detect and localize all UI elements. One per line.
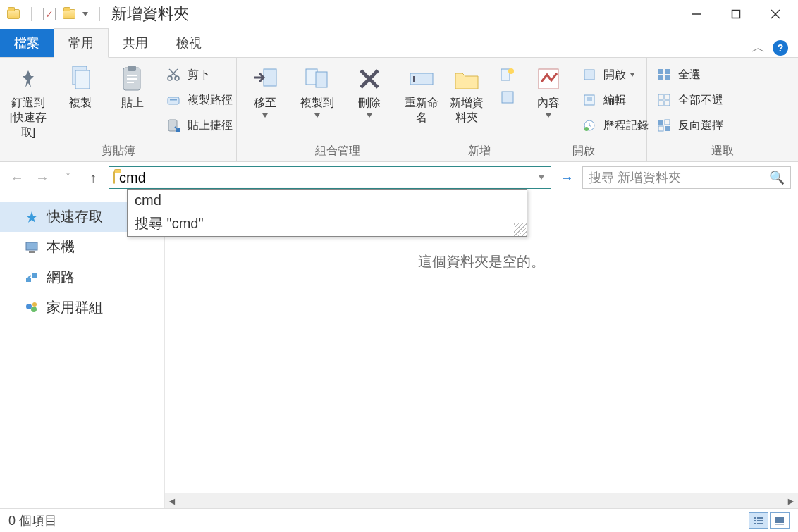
app-icon	[7, 9, 20, 19]
rename-icon	[407, 65, 436, 93]
minimize-button[interactable]	[677, 0, 716, 28]
help-icon[interactable]: ?	[773, 40, 788, 56]
svg-rect-27	[502, 92, 513, 103]
large-icons-view-icon	[774, 516, 785, 525]
homegroup-icon	[24, 300, 39, 316]
nav-homegroup[interactable]: 家用群組	[0, 292, 164, 323]
svg-rect-60	[757, 523, 763, 524]
copy-path-icon	[164, 90, 183, 110]
qat-customize-icon[interactable]	[82, 12, 88, 16]
svg-rect-47	[26, 242, 37, 250]
svg-point-53	[31, 307, 37, 312]
select-all-button[interactable]: 全選	[654, 65, 723, 85]
title-bar: ✓ 新增資料夾	[0, 0, 798, 28]
moveto-icon	[251, 65, 279, 93]
svg-point-52	[26, 304, 32, 309]
group-new: 新增資料夾 新增	[438, 58, 520, 161]
svg-rect-24	[413, 76, 415, 82]
cut-button[interactable]: 剪下	[164, 65, 233, 85]
moveto-button[interactable]: 移至	[244, 62, 286, 118]
select-none-icon	[654, 90, 674, 110]
window-title: 新增資料夾	[104, 4, 189, 25]
svg-rect-61	[775, 517, 784, 523]
resize-grip-icon[interactable]	[514, 223, 527, 236]
tab-view[interactable]: 檢視	[162, 29, 216, 57]
autocomplete-item[interactable]: cmd	[128, 190, 527, 211]
svg-rect-36	[665, 69, 670, 74]
svg-rect-37	[658, 75, 663, 80]
up-button[interactable]: ↑	[83, 168, 103, 187]
group-open: 內容 開啟 編輯 歷程記錄 開啟	[520, 58, 647, 161]
svg-rect-49	[26, 278, 31, 282]
new-folder-icon	[453, 65, 481, 93]
go-button[interactable]: →	[557, 166, 577, 189]
svg-rect-40	[665, 94, 670, 99]
copy-path-button[interactable]: 複製路徑	[164, 90, 233, 110]
svg-rect-55	[754, 517, 756, 519]
empty-folder-message: 這個資料夾是空的。	[418, 252, 545, 271]
invert-selection-button[interactable]: 反向選擇	[654, 116, 723, 135]
svg-rect-28	[539, 69, 558, 89]
horizontal-scrollbar[interactable]: ◄ ►	[165, 493, 798, 508]
view-large-icons-button[interactable]	[770, 512, 790, 529]
svg-rect-50	[32, 273, 37, 278]
star-icon	[24, 209, 39, 225]
search-icon[interactable]: 🔍	[769, 170, 785, 185]
collapse-ribbon-icon[interactable]: ︿	[751, 38, 766, 57]
delete-button[interactable]: 刪除	[348, 62, 391, 118]
qat-properties-icon[interactable]: ✓	[43, 8, 56, 20]
back-button[interactable]: ←	[7, 168, 27, 187]
address-bar[interactable]	[109, 166, 551, 189]
rename-button[interactable]: 重新命名	[400, 62, 443, 125]
address-folder-icon	[109, 172, 119, 183]
copyto-button[interactable]: 複製到	[296, 62, 338, 118]
svg-rect-10	[127, 82, 134, 83]
qat-folder-icon[interactable]	[63, 9, 75, 19]
close-button[interactable]	[756, 0, 795, 28]
chevron-down-icon	[546, 113, 551, 118]
pin-button[interactable]: 釘選到 [快速存取]	[7, 62, 49, 140]
svg-rect-5	[75, 70, 90, 89]
scroll-right-icon[interactable]: ►	[784, 495, 798, 507]
delete-icon	[355, 65, 383, 93]
new-folder-button[interactable]: 新增資料夾	[446, 62, 488, 125]
chevron-down-icon	[367, 113, 372, 118]
view-details-button[interactable]	[749, 512, 768, 529]
tab-file[interactable]: 檔案	[0, 29, 54, 57]
paste-shortcut-button[interactable]: 貼上捷徑	[164, 116, 233, 135]
autocomplete-item[interactable]: 搜尋 "cmd"	[128, 211, 527, 236]
search-box[interactable]: 🔍	[582, 166, 791, 189]
tab-share[interactable]: 共用	[109, 29, 162, 57]
paste-button[interactable]: 貼上	[111, 62, 154, 111]
status-item-count: 0 個項目	[8, 512, 57, 529]
search-input[interactable]	[589, 171, 769, 185]
maximize-button[interactable]	[716, 0, 756, 28]
history-button[interactable]: 歷程記錄	[579, 116, 649, 135]
address-dropdown-button[interactable]	[531, 175, 551, 180]
new-item-icon[interactable]	[498, 65, 517, 85]
svg-rect-29	[584, 70, 594, 80]
svg-rect-62	[775, 524, 784, 525]
tab-home[interactable]: 常用	[54, 28, 109, 58]
address-input[interactable]	[119, 167, 531, 188]
svg-rect-1	[732, 11, 740, 18]
open-button[interactable]: 開啟	[579, 65, 649, 85]
svg-rect-43	[658, 120, 663, 125]
content-area: 這個資料夾是空的。 ◄ ►	[165, 193, 798, 508]
select-none-button[interactable]: 全部不選	[654, 90, 723, 110]
copy-button[interactable]: 複製	[59, 62, 102, 111]
easy-access-icon[interactable]	[498, 87, 517, 107]
nav-network[interactable]: 網路	[0, 262, 164, 292]
svg-rect-20	[316, 72, 327, 87]
recent-locations-button[interactable]: ˅	[58, 168, 78, 187]
properties-button[interactable]: 內容	[527, 62, 570, 118]
copyto-icon	[303, 65, 331, 93]
paste-icon	[118, 65, 147, 93]
svg-rect-7	[128, 66, 136, 71]
forward-button[interactable]: →	[32, 168, 52, 187]
scroll-left-icon[interactable]: ◄	[165, 495, 179, 507]
edit-button[interactable]: 編輯	[579, 90, 649, 110]
details-view-icon	[753, 516, 764, 525]
svg-rect-39	[658, 94, 663, 99]
svg-line-51	[28, 276, 31, 278]
